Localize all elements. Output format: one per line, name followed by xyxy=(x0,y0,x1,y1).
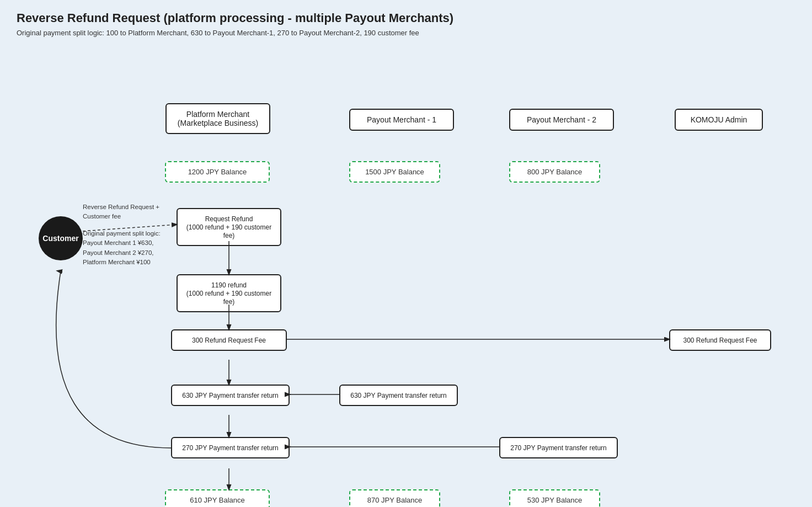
annotation-split-logic: Original payment split logic: Payout Mer… xyxy=(83,229,174,267)
refund-1190-box: 1190 refund (1000 refund + 190 customer … xyxy=(177,274,281,312)
refund-fee-platform-box: 300 Refund Request Fee xyxy=(171,329,287,351)
actor-komoju-admin: KOMOJU Admin xyxy=(675,109,763,131)
balance-platform-bottom: 610 JPY Balance xyxy=(165,489,270,507)
page-title: Reverse Refund Request (platform process… xyxy=(17,11,795,25)
balance-platform-top: 1200 JPY Balance xyxy=(165,161,270,183)
actor-payout-merchant-1: Payout Merchant - 1 xyxy=(349,109,454,131)
request-refund-box: Request Refund (1000 refund + 190 custom… xyxy=(177,208,281,246)
refund-fee-komoju-box: 300 Refund Request Fee xyxy=(669,329,771,351)
actor-payout-merchant-2: Payout Merchant - 2 xyxy=(509,109,614,131)
annotation-reverse-request: Reverse Refund Request + Customer fee xyxy=(83,202,168,222)
balance-payout1-top: 1500 JPY Balance xyxy=(349,161,440,183)
customer-circle: Customer xyxy=(39,216,83,260)
balance-payout2-bottom: 530 JPY Balance xyxy=(509,489,600,507)
transfer-270-platform-box: 270 JPY Payment transfer return xyxy=(171,437,290,458)
transfer-630-payout1-box: 630 JPY Payment transfer return xyxy=(339,385,458,406)
transfer-270-payout2-box: 270 JPY Payment transfer return xyxy=(499,437,618,458)
actor-platform-merchant: Platform Merchant (Marketplace Business) xyxy=(165,103,270,134)
balance-payout2-top: 800 JPY Balance xyxy=(509,161,600,183)
page-subtitle: Original payment split logic: 100 to Pla… xyxy=(17,29,795,37)
balance-payout1-bottom: 870 JPY Balance xyxy=(349,489,440,507)
transfer-630-platform-box: 630 JPY Payment transfer return xyxy=(171,385,290,406)
